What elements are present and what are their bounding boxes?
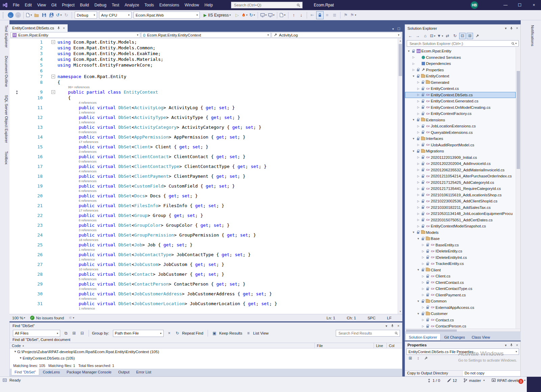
pin-icon[interactable]: [510, 27, 513, 30]
keep-results-label[interactable]: Keep Results: [219, 331, 242, 335]
expand-arrow-icon[interactable]: ▷: [416, 81, 421, 84]
current-branch[interactable]: master▾: [464, 378, 485, 383]
expand-arrow-icon[interactable]: ▷: [416, 218, 421, 221]
codelens-row[interactable]: 3 references: [9, 287, 398, 291]
codelens-row[interactable]: 6 references: [9, 199, 398, 203]
search-icon[interactable]: [395, 332, 398, 335]
se-forward-icon[interactable]: →: [415, 33, 421, 39]
breadcrumb-member-dropdown[interactable]: ActivityLog ▾: [272, 32, 401, 38]
diagnostic-tools-icon[interactable]: ▾: [267, 11, 275, 19]
codelens-row[interactable]: 4 references: [9, 101, 398, 105]
column-file[interactable]: File: [315, 343, 374, 348]
tree-item-customer[interactable]: ▼Customer: [405, 311, 516, 317]
find-results-search-box[interactable]: [336, 330, 400, 337]
codelens-references[interactable]: 10 references: [57, 267, 98, 271]
startup-project-select[interactable]: Ecom.Rpat.Web▾: [134, 11, 200, 19]
collapse-arrow-icon[interactable]: ▼: [416, 237, 421, 240]
tree-item-clientpayment-cs[interactable]: ▷C#ClientPayment.cs: [405, 292, 516, 298]
tree-item-client-cs[interactable]: ▷C#Client.cs: [405, 273, 516, 279]
codelens-row[interactable]: 99+ references: [9, 85, 398, 89]
maximize-button[interactable]: ☐: [513, 0, 527, 10]
expand-arrow-icon[interactable]: ▷: [416, 187, 421, 190]
codelens-row[interactable]: 8 references: [9, 218, 398, 222]
tree-item-properties[interactable]: ▷Properties: [405, 67, 516, 73]
se-pending-changes-filter-icon[interactable]: ▼▾: [437, 33, 443, 39]
tree-item-trackedentity-cs[interactable]: ▷C#TrackedEntity.cs: [405, 261, 516, 267]
bottom-tab-error-list[interactable]: Error List: [133, 369, 155, 375]
tree-item-extensions[interactable]: ▼Extensions: [405, 117, 516, 123]
close-icon[interactable]: ×: [397, 324, 399, 328]
find-in-files-icon[interactable]: ▾: [279, 11, 286, 19]
start-without-debugging-icon[interactable]: ▷: [234, 11, 241, 19]
codelens-references[interactable]: 0 references: [57, 160, 96, 164]
pending-changes[interactable]: 12: [447, 378, 457, 383]
se-properties-icon[interactable]: [474, 33, 480, 39]
code-line[interactable]: 27 public virtual DbSet<JobCustom> JobCu…: [9, 262, 398, 267]
code-cleanup-icon[interactable]: ⚟: [69, 316, 72, 320]
codelens-row[interactable]: 0 references: [9, 130, 398, 134]
zoom-select[interactable]: 100 %: [12, 316, 23, 320]
code-line[interactable]: 26 public virtual DbSet<JobContactType> …: [9, 252, 398, 258]
tree-item-20210106115619-addlocationisshop-cs[interactable]: ▷C#20210106115619_AddLocationIsShop.cs: [405, 192, 516, 198]
property-key[interactable]: Copy to Output Directory: [405, 371, 463, 376]
codelens-references[interactable]: 1 reference: [57, 248, 95, 252]
expand-arrow-icon[interactable]: ▷: [416, 87, 421, 90]
group-by-select[interactable]: Path then File▾: [113, 330, 164, 337]
quick-search-box[interactable]: [231, 2, 303, 8]
code-line[interactable]: 19 public virtual DbSet<CustomField> Cus…: [9, 183, 398, 189]
scrollbar-thumb[interactable]: [406, 329, 457, 332]
tree-item-entitycontextfactory-cs[interactable]: ▷C#EntityContextFactory.cs: [405, 111, 516, 117]
tree-item-ijobauditreportmodel-cs[interactable]: ▷C#IJobAuditReportModel.cs: [405, 142, 516, 148]
tree-item-ideleteentity-cs[interactable]: ▷C#IDeleteEntity.cs: [405, 248, 516, 254]
properties-titlebar[interactable]: Properties ▾ ×: [405, 342, 520, 348]
tree-item-dependencies[interactable]: ▷Dependencies: [405, 60, 516, 67]
expand-arrow-icon[interactable]: ▷: [411, 56, 416, 59]
breadcrumb-project-dropdown[interactable]: C# Ecom.Rpat.Entity ▾: [10, 32, 140, 38]
menu-window[interactable]: Window: [182, 0, 202, 10]
code-line[interactable]: 9− public partial class EntityContext: [9, 89, 398, 95]
find-result-row[interactable]: ▼G:\Projects\Zubar\RPAT-develop\Ecom.Rpa…: [10, 348, 402, 355]
codelens-references[interactable]: 8 references: [57, 179, 96, 183]
se-switch-views-icon[interactable]: ⊟▾: [429, 33, 436, 39]
pin-icon[interactable]: [510, 343, 513, 347]
tree-item-externalappaccess-cs[interactable]: ▷C#ExternalAppAccess.cs: [405, 304, 516, 311]
tree-item-20201217135441-requirecategoryid-cs[interactable]: ▷C#20201217135441_RequireCategoryId.cs: [405, 186, 516, 192]
restart-icon[interactable]: ↻▾: [249, 11, 256, 19]
code-line[interactable]: 8{: [9, 79, 398, 85]
bookmark-list-icon[interactable]: ⚑▾: [350, 11, 357, 19]
expand-arrow-icon[interactable]: ▷: [416, 93, 421, 96]
menu-debug[interactable]: Debug: [92, 0, 109, 10]
codelens-references[interactable]: 8 references: [57, 218, 96, 222]
open-file-icon[interactable]: [33, 11, 40, 19]
health-check-icon[interactable]: ✓: [30, 316, 34, 320]
close-icon[interactable]: ×: [516, 343, 518, 347]
tree-item-entitycontext-onmodelcreating-cs[interactable]: ▷C#EntityContext.OnModelCreating.cs: [405, 104, 516, 111]
tree-item-client[interactable]: ▼Client: [405, 267, 516, 273]
expand-arrow-icon[interactable]: ▷: [421, 306, 425, 309]
categorized-icon[interactable]: ⊞: [407, 355, 414, 362]
expand-arrow-icon[interactable]: ▷: [411, 68, 416, 71]
scrollbar-thumb[interactable]: [399, 44, 402, 76]
expand-arrow-icon[interactable]: ▷: [421, 262, 425, 265]
tree-item-migrations[interactable]: ▼Migrations: [405, 148, 516, 154]
codelens-references[interactable]: 5 references: [57, 277, 96, 281]
column-indicator[interactable]: Ch: 1: [347, 316, 356, 320]
code-editor[interactable]: 1−using Ecom.Rpat.Entity.Models;2using E…: [9, 39, 402, 314]
code-line[interactable]: 30 public virtual DbSet<JobCustomerAddre…: [9, 291, 398, 297]
codelens-references[interactable]: 1 reference: [57, 120, 95, 124]
expand-arrow-icon[interactable]: ▷: [421, 293, 425, 296]
codelens-references[interactable]: 17 references: [57, 209, 98, 213]
close-button[interactable]: ×: [527, 0, 541, 10]
code-line[interactable]: 29 public virtual DbSet<ContactPerson> C…: [9, 281, 398, 287]
expand-arrow-icon[interactable]: ▷: [421, 325, 425, 328]
column-code[interactable]: Code ▲: [10, 343, 315, 348]
menu-build[interactable]: Build: [77, 0, 92, 10]
codelens-row[interactable]: 18 references: [9, 238, 398, 242]
codelens-row[interactable]: 1 reference: [9, 248, 398, 252]
codelens-row[interactable]: 0 references: [9, 160, 398, 164]
expand-arrow-icon[interactable]: ▷: [416, 181, 421, 184]
codelens-references[interactable]: 1 reference: [57, 307, 95, 311]
menu-extensions[interactable]: Extensions: [157, 0, 182, 10]
tree-item-20201202202004-addinvoiceid-cs[interactable]: ▷C#20201202202004_AddInvoiceId.cs: [405, 161, 516, 167]
tab-close-icon[interactable]: ×: [63, 26, 65, 30]
